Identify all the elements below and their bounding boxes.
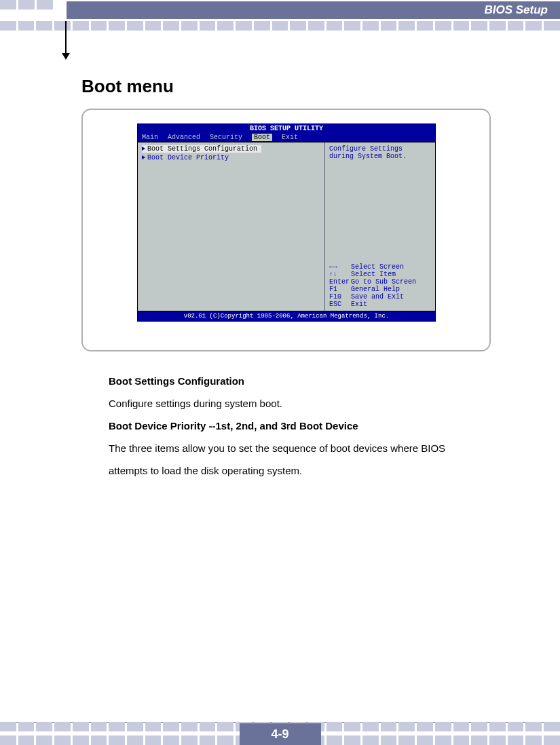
menu-item-boot-settings[interactable]: Boot Settings Configuration: [142, 145, 261, 153]
arrow-down-icon: [62, 53, 70, 60]
header-title: BIOS Setup: [484, 3, 548, 16]
header-band: BIOS Setup: [0, 0, 560, 39]
paragraph-1: Configure settings during system boot.: [109, 392, 489, 415]
tab-security[interactable]: Security: [210, 134, 242, 141]
chevron-right-icon: [142, 147, 145, 151]
paragraph-3: attempts to load the disk operating syst…: [109, 459, 489, 482]
page-number: 4-9: [240, 723, 321, 745]
footer-band: 4-9: [0, 710, 560, 745]
chevron-right-icon: [142, 155, 145, 159]
page-heading: Boot menu: [81, 76, 174, 97]
bios-footer: v02.61 (C)Copyright 1985-2006, American …: [138, 311, 435, 321]
tab-main[interactable]: Main: [142, 134, 158, 141]
bios-menu-left: Boot Settings Configuration Boot Device …: [138, 142, 325, 311]
bios-title: BIOS SETUP UTILITY: [138, 124, 435, 133]
section-heading-2: Boot Device Priority --1st, 2nd, and 3rd…: [109, 415, 489, 437]
tab-advanced[interactable]: Advanced: [168, 134, 200, 141]
bios-body: Boot Settings Configuration Boot Device …: [138, 142, 435, 311]
help-description: Configure Settings during System Boot.: [329, 145, 431, 160]
screenshot-frame: BIOS SETUP UTILITY Main Advanced Securit…: [81, 109, 491, 351]
help-keys: ←→Select Screen ↑↓Select Item EnterGo to…: [329, 263, 431, 308]
tab-exit[interactable]: Exit: [282, 134, 298, 141]
tab-boot[interactable]: Boot: [252, 134, 272, 141]
bios-tabs: Main Advanced Security Boot Exit: [138, 133, 435, 142]
bios-window: BIOS SETUP UTILITY Main Advanced Securit…: [137, 123, 436, 322]
arrow-line: [65, 21, 67, 55]
menu-item-boot-priority[interactable]: Boot Device Priority: [142, 154, 320, 161]
paragraph-2: The three items allow you to set the seq…: [109, 437, 489, 459]
deco-squares-top: [0, 21, 560, 32]
body-text: Boot Settings Configuration Configure se…: [109, 370, 489, 482]
deco-squares-top-left: [0, 0, 53, 9]
header-bar: BIOS Setup: [67, 1, 560, 19]
section-heading-1: Boot Settings Configuration: [109, 370, 489, 392]
bios-help-pane: Configure Settings during System Boot. ←…: [325, 142, 435, 311]
